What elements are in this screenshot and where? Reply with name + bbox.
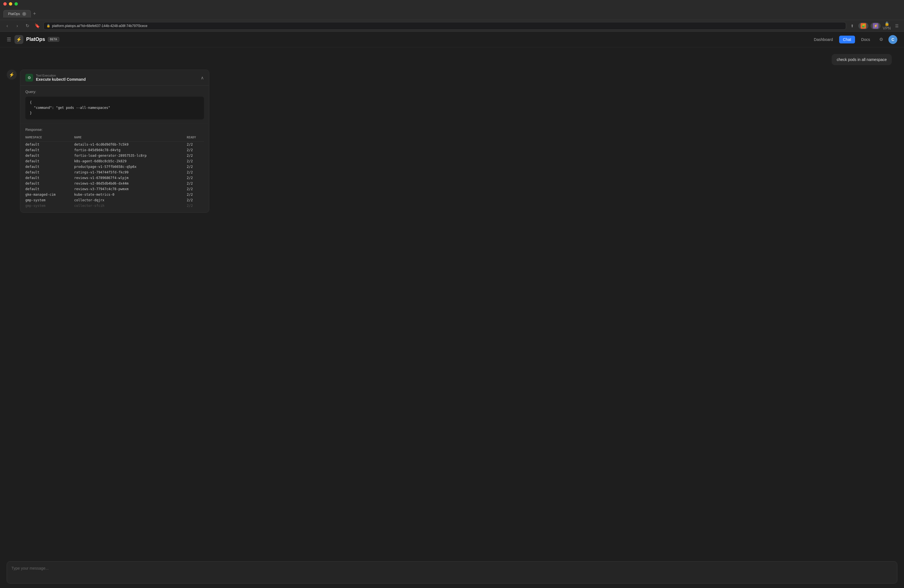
query-code: { "command": "get pods --all-namespaces"… xyxy=(30,100,199,116)
address-text: platform.platops.ai/?id=68efe637-144b-42… xyxy=(52,24,147,28)
main-content: check pods in all namespace ⚡ ⚙ xyxy=(0,47,904,588)
table-cell-5-1: ratings-v1-794744f5fd-fkc99 xyxy=(74,169,187,175)
query-section: Query: { "command": "get pods --all-name… xyxy=(20,86,209,123)
menu-button[interactable]: ☰ xyxy=(893,22,901,30)
app-logo: ⚡ PlatOps BETA xyxy=(14,35,59,44)
assistant-avatar: ⚡ xyxy=(7,70,17,80)
table-cell-4-2: 2/2 xyxy=(187,164,204,169)
table-cell-2-0: default xyxy=(25,153,74,158)
input-area xyxy=(0,557,904,588)
app-container: ☰ ⚡ PlatOps BETA Dashboard Chat Docs ⚙ C… xyxy=(0,32,904,588)
tool-execution-icon: ⚙ xyxy=(25,74,33,82)
table-row: defaultfortio-845d9d4c78-d4vtg2/2 xyxy=(25,147,204,153)
tool-execution-label: Tool Execution xyxy=(36,74,86,77)
forward-button[interactable]: › xyxy=(13,22,21,30)
table-cell-4-1: productpage-v1-57ffb6658c-q5p6x xyxy=(74,164,187,169)
table-cell-4-0: default xyxy=(25,164,74,169)
header-nav: Dashboard Chat Docs ⚙ C xyxy=(810,35,897,44)
bookmark-button[interactable]: 🔖 xyxy=(33,22,41,30)
table-cell-8-2: 2/2 xyxy=(187,186,204,192)
nav-dashboard[interactable]: Dashboard xyxy=(810,36,837,43)
table-cell-1-1: fortio-845d9d4c78-d4vtg xyxy=(74,147,187,153)
user-message-text: check pods in all namespace xyxy=(837,57,887,62)
ext-icon-2: ⚡ xyxy=(873,23,879,28)
address-bar[interactable]: 🔒 platform.platops.ai/?id=68efe637-144b-… xyxy=(43,22,846,30)
toolbar-actions: ⬆ 🧩 ⚡ 🔒 VPN ☰ xyxy=(848,22,901,30)
app-title: PlatOps xyxy=(26,36,45,42)
nav-chat[interactable]: Chat xyxy=(839,36,855,43)
tab-close-button[interactable]: × xyxy=(22,12,26,16)
col-ready: READY xyxy=(187,134,204,142)
hamburger-button[interactable]: ☰ xyxy=(7,36,11,43)
table-cell-10-2: 2/2 xyxy=(187,198,204,203)
table-cell-3-2: 2/2 xyxy=(187,158,204,164)
table-cell-5-2: 2/2 xyxy=(187,169,204,175)
tool-execution-title: Execute kubectl Command xyxy=(36,77,86,82)
table-cell-11-2: 2/2 xyxy=(187,203,204,209)
table-row: gke-managed-cimkube-state-metrics-02/2 xyxy=(25,192,204,198)
table-row: defaultk8s-agent-6d8bc8cb5c-2k8292/2 xyxy=(25,158,204,164)
table-cell-2-1: fortio-load-generator-28957535-lc8rp xyxy=(74,153,187,158)
user-message: check pods in all namespace xyxy=(7,54,897,65)
table-cell-9-1: kube-state-metrics-0 xyxy=(74,192,187,198)
fullscreen-traffic-light[interactable] xyxy=(14,2,18,6)
avatar[interactable]: C xyxy=(888,35,897,44)
table-cell-10-0: gmp-system xyxy=(25,198,74,203)
gear-icon: ⚙ xyxy=(28,76,31,80)
collapse-button[interactable]: ∧ xyxy=(201,75,204,81)
ext-icon-1: 🧩 xyxy=(861,23,866,28)
message-input[interactable] xyxy=(11,566,893,577)
browser-toolbar: ‹ › ↻ 🔖 🔒 platform.platops.ai/?id=68efe6… xyxy=(0,20,904,32)
table-cell-9-0: gke-managed-cim xyxy=(25,192,74,198)
tool-header-left: ⚙ Tool Execution Execute kubectl Command xyxy=(25,74,86,82)
settings-button[interactable]: ⚙ xyxy=(876,35,886,44)
table-header-row: NAMESPACE NAME READY xyxy=(25,134,204,142)
table-row: defaultreviews-v3-77947c4c78-pwmxm2/2 xyxy=(25,186,204,192)
reload-button[interactable]: ↻ xyxy=(24,22,31,30)
table-body: defaultdetails-v1-6cd6d9df6b-7c5k92/2def… xyxy=(25,141,204,209)
app-header: ☰ ⚡ PlatOps BETA Dashboard Chat Docs ⚙ C xyxy=(0,32,904,47)
table-cell-0-0: default xyxy=(25,141,74,147)
logo-icon: ⚡ xyxy=(14,35,24,44)
chat-area: check pods in all namespace ⚡ ⚙ xyxy=(0,47,904,557)
table-cell-5-0: default xyxy=(25,169,74,175)
new-tab-button[interactable]: + xyxy=(31,10,38,17)
table-cell-10-1: collector-dqjrx xyxy=(74,198,187,203)
table-cell-8-0: default xyxy=(25,186,74,192)
assistant-message: ⚡ ⚙ Tool Execution Execute kubectl Comma… xyxy=(7,70,897,213)
tab-area: PlatOps × + xyxy=(3,10,38,17)
minimize-traffic-light[interactable] xyxy=(9,2,12,6)
table-cell-1-0: default xyxy=(25,147,74,153)
tool-header-labels: Tool Execution Execute kubectl Command xyxy=(36,74,86,82)
table-row: defaultreviews-v2-86d5db4bd6-dx44m2/2 xyxy=(25,181,204,186)
close-traffic-light[interactable] xyxy=(3,2,7,6)
table-cell-1-2: 2/2 xyxy=(187,147,204,153)
browser-tab-platops[interactable]: PlatOps × xyxy=(3,10,31,17)
response-table: NAMESPACE NAME READY defaultdetails-v1-6… xyxy=(25,134,204,209)
table-cell-6-0: default xyxy=(25,175,74,181)
col-namespace: NAMESPACE xyxy=(25,134,74,142)
back-button[interactable]: ‹ xyxy=(3,22,11,30)
tool-execution-card: ⚙ Tool Execution Execute kubectl Command… xyxy=(20,70,209,213)
table-cell-9-2: 2/2 xyxy=(187,192,204,198)
message-input-wrapper xyxy=(7,561,897,583)
table-cell-0-1: details-v1-6cd6d9df6b-7c5k9 xyxy=(74,141,187,147)
table-row: defaultratings-v1-794744f5fd-fkc992/2 xyxy=(25,169,204,175)
vpn-button[interactable]: 🔒 VPN xyxy=(883,22,891,30)
table-cell-11-0: gmp-system xyxy=(25,203,74,209)
table-cell-6-1: reviews-v1-67896867f4-wlpjm xyxy=(74,175,187,181)
table-cell-2-2: 2/2 xyxy=(187,153,204,158)
browser-tabbar: PlatOps × + xyxy=(0,8,904,20)
query-code-block: { "command": "get pods --all-namespaces"… xyxy=(25,96,204,119)
nav-docs[interactable]: Docs xyxy=(857,36,874,43)
share-button[interactable]: ⬆ xyxy=(848,22,856,30)
table-cell-3-1: k8s-agent-6d8bc8cb5c-2k829 xyxy=(74,158,187,164)
table-cell-0-2: 2/2 xyxy=(187,141,204,147)
extension-badge-1[interactable]: 🧩 xyxy=(858,22,868,29)
assistant-logo-icon: ⚡ xyxy=(9,72,14,77)
macos-titlebar xyxy=(0,0,904,8)
table-cell-6-2: 2/2 xyxy=(187,175,204,181)
query-label: Query: xyxy=(25,90,204,94)
extension-badge-2[interactable]: ⚡ xyxy=(871,22,880,29)
table-cell-3-0: default xyxy=(25,158,74,164)
